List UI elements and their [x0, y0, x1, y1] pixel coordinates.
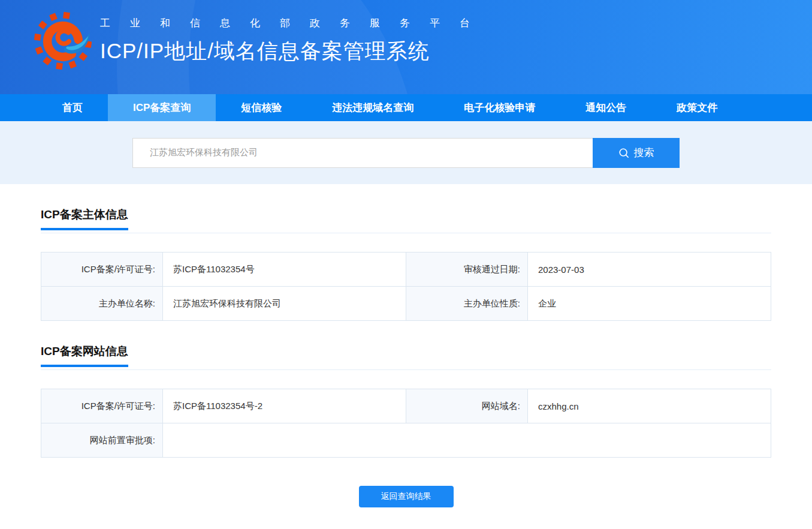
search-input[interactable] — [132, 138, 593, 168]
field-value-pre-approval — [163, 423, 771, 458]
nav-tab-home[interactable]: 首页 — [37, 94, 108, 121]
subject-section-header: ICP备案主体信息 — [41, 207, 771, 233]
table-row: 主办单位名称: 江苏旭宏环保科技有限公司 主办单位性质: 企业 — [41, 287, 771, 321]
field-label-pre-approval: 网站前置审批项: — [41, 423, 163, 458]
website-section-header: ICP备案网站信息 — [41, 344, 771, 370]
field-label-icp-license: ICP备案/许可证号: — [41, 253, 163, 287]
field-value-domain: czxhhg.cn — [528, 389, 771, 423]
nav-tab-illegal-domain-query[interactable]: 违法违规域名查询 — [307, 94, 439, 121]
search-section: 搜索 — [0, 121, 812, 184]
search-icon — [618, 148, 629, 158]
website-info-table: ICP备案/许可证号: 苏ICP备11032354号-2 网站域名: czxhh… — [41, 389, 771, 458]
main-nav: 首页 ICP备案查询 短信核验 违法违规域名查询 电子化核验申请 通知公告 政策… — [0, 94, 812, 121]
miit-logo-icon — [34, 11, 92, 71]
nav-tab-notices[interactable]: 通知公告 — [560, 94, 651, 121]
table-row: 网站前置审批项: — [41, 423, 771, 458]
search-button-label: 搜索 — [634, 146, 654, 160]
subject-info-table: ICP备案/许可证号: 苏ICP备11032354号 审核通过日期: 2023-… — [41, 252, 771, 321]
header-banner: 工业和信息化部政务服务平台 ICP/IP地址/域名信息备案管理系统 — [0, 0, 812, 94]
platform-subtitle: 工业和信息化部政务服务平台 — [100, 16, 490, 30]
field-label-domain: 网站域名: — [406, 389, 528, 423]
table-row: ICP备案/许可证号: 苏ICP备11032354号-2 网站域名: czxhh… — [41, 389, 771, 423]
field-label-org-nature: 主办单位性质: — [406, 287, 528, 321]
field-value-icp-license: 苏ICP备11032354号 — [163, 253, 406, 287]
field-label-review-date: 审核通过日期: — [406, 253, 528, 287]
nav-tab-electronic-verification[interactable]: 电子化核验申请 — [439, 94, 560, 121]
nav-tab-sms-verify[interactable]: 短信核验 — [216, 94, 307, 121]
field-value-org-nature: 企业 — [528, 287, 771, 321]
page-title: ICP/IP地址/域名信息备案管理系统 — [100, 37, 490, 65]
page: 工业和信息化部政务服务平台 ICP/IP地址/域名信息备案管理系统 首页 ICP… — [0, 0, 812, 507]
nav-tab-icp-query[interactable]: ICP备案查询 — [108, 94, 216, 121]
table-row: ICP备案/许可证号: 苏ICP备11032354号 审核通过日期: 2023-… — [41, 253, 771, 287]
website-section-title: ICP备案网站信息 — [41, 344, 128, 367]
field-value-org-name: 江苏旭宏环保科技有限公司 — [163, 287, 406, 321]
field-value-site-icp-license: 苏ICP备11032354号-2 — [163, 389, 406, 423]
main-content: ICP备案主体信息 ICP备案/许可证号: 苏ICP备11032354号 审核通… — [0, 207, 812, 507]
search-button[interactable]: 搜索 — [593, 138, 680, 168]
field-label-site-icp-license: ICP备案/许可证号: — [41, 389, 163, 423]
nav-tab-policy-files[interactable]: 政策文件 — [651, 94, 742, 121]
subject-section-title: ICP备案主体信息 — [41, 207, 128, 230]
field-label-org-name: 主办单位名称: — [41, 287, 163, 321]
back-to-results-button[interactable]: 返回查询结果 — [359, 486, 454, 507]
field-value-review-date: 2023-07-03 — [528, 253, 771, 287]
